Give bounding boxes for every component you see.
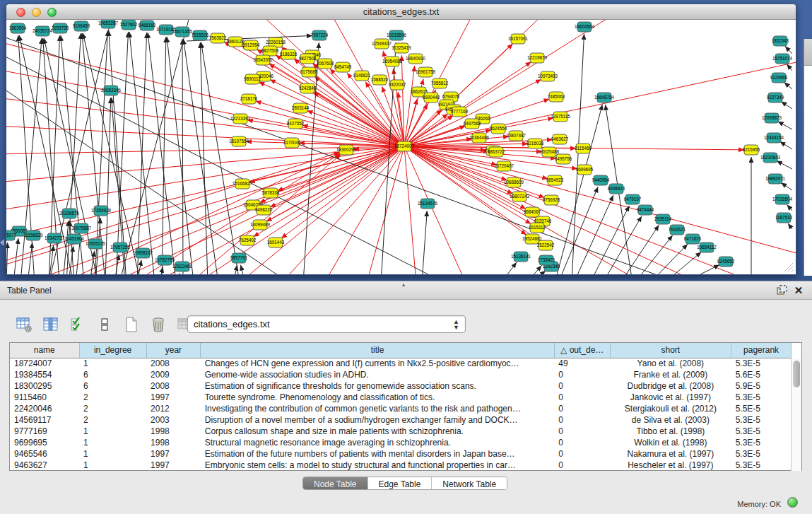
table-cell-year[interactable]: 2009 — [146, 369, 201, 380]
graph-node[interactable]: 15720407 — [494, 161, 514, 171]
graph-node[interactable]: 16157001 — [508, 34, 529, 44]
table-cell-pagerank[interactable]: 5.6E-5 — [731, 369, 792, 380]
graph-node[interactable]: 7632621 — [669, 225, 686, 235]
new-document-button[interactable] — [122, 315, 143, 334]
table-cell-short[interactable]: Franke et al. (2009) — [610, 369, 731, 380]
table-row[interactable]: 946554611997Estimation of the future num… — [10, 448, 792, 460]
graph-node[interactable]: 8454749 — [334, 62, 352, 72]
graph-node[interactable]: 16210643 — [760, 153, 781, 163]
table-cell-in_degree[interactable]: 6 — [79, 380, 146, 392]
graph-node[interactable]: 6495756 — [555, 154, 572, 164]
table-cell-title[interactable]: Tourette syndrome. Phenomenology and cla… — [201, 392, 555, 403]
graph-node[interactable]: 1615112 — [529, 223, 546, 233]
graph-node[interactable]: 9175685 — [300, 67, 318, 77]
graph-node[interactable]: 9227349 — [767, 93, 784, 103]
table-cell-title[interactable]: Investigating the contribution of common… — [201, 403, 555, 414]
graph-node[interactable]: 16961758 — [416, 67, 436, 77]
graph-node[interactable]: 2803144 — [292, 103, 310, 113]
network-canvas[interactable]: 1863504240357242153728910645910653287152… — [6, 20, 796, 274]
table-cell-out_degree[interactable]: 49 — [554, 358, 610, 369]
network-window-titlebar[interactable]: citations_edges.txt — [6, 4, 796, 20]
table-panel-header[interactable]: Table Panel ▴ ✕ — [0, 281, 812, 300]
graph-node[interactable]: 9699695 — [576, 165, 594, 175]
table-cell-title[interactable]: Genome-wide association studies in ADHD. — [201, 369, 555, 380]
graph-node[interactable]: 2935114 — [654, 214, 672, 224]
table-cell-short[interactable]: Wolkin et al. (1998) — [610, 437, 731, 448]
graph-node[interactable]: 7515526 — [192, 30, 209, 40]
graph-node[interactable]: 9654923 — [546, 175, 564, 185]
graph-node[interactable]: 9777169 — [451, 107, 469, 117]
graph-node[interactable]: 1588520 — [371, 75, 389, 85]
graph-node[interactable]: 12213393 — [230, 114, 251, 124]
graph-node[interactable]: 18724007 — [394, 141, 415, 151]
graph-node[interactable]: 9463627 — [551, 134, 569, 144]
table-cell-in_degree[interactable]: 1 — [79, 437, 146, 448]
table-cell-short[interactable]: Dudbridge et al. (2008) — [610, 380, 731, 392]
graph-node[interactable]: 16543392 — [253, 55, 273, 65]
table-cell-title[interactable]: Estimation of the future numbers of pati… — [201, 448, 555, 460]
graph-node[interactable]: 15136141 — [511, 252, 531, 262]
panel-collapse-arrow-icon[interactable] — [0, 239, 4, 246]
table-cell-out_degree[interactable]: 0 — [554, 403, 610, 414]
graph-node[interactable]: 8471626 — [684, 234, 702, 244]
table-cell-short[interactable]: Hescheler et al. (1997) — [610, 460, 731, 471]
graph-node[interactable]: 20206576 — [59, 209, 80, 218]
table-cell-name[interactable]: 9699695 — [10, 437, 79, 448]
graph-node[interactable]: 2067608 — [317, 59, 334, 69]
graph-node[interactable]: 15751074 — [772, 54, 793, 64]
graph-node[interactable]: 9322037 — [389, 80, 406, 90]
delete-button[interactable] — [148, 315, 170, 334]
table-options-button[interactable] — [14, 315, 35, 334]
tab-edge-table[interactable]: Edge Table — [367, 477, 432, 489]
table-cell-in_degree[interactable]: 2 — [79, 414, 146, 426]
table-cell-name[interactable]: 9777169 — [10, 426, 79, 437]
resize-grip-icon[interactable] — [784, 262, 794, 272]
graph-node[interactable]: 4863722 — [488, 147, 505, 157]
table-cell-pagerank[interactable]: 5.5E-5 — [731, 403, 792, 414]
table-cell-short[interactable]: Stergiakouli et al. (2012) — [610, 403, 731, 414]
column-header-year[interactable]: year — [146, 343, 201, 358]
table-cell-out_degree[interactable]: 0 — [554, 369, 610, 380]
table-cell-title[interactable]: Estimation of significance thresholds fo… — [201, 380, 555, 392]
column-header-title[interactable]: title — [201, 343, 555, 358]
table-cell-title[interactable]: Disruption of a novel member of a sodium… — [201, 414, 555, 426]
table-cell-short[interactable]: Nakamura et al. (1997) — [610, 448, 731, 460]
graph-node[interactable]: 18807243 — [510, 192, 530, 201]
close-panel-button[interactable]: ✕ — [792, 284, 805, 297]
graph-node[interactable]: 10807487 — [506, 131, 526, 141]
graph-node[interactable]: 2718176 — [240, 94, 258, 104]
graph-node[interactable]: 9440954 — [592, 175, 610, 185]
graph-node[interactable]: 19218596 — [387, 30, 407, 40]
table-cell-in_degree[interactable]: 1 — [79, 426, 146, 437]
select-checks-button[interactable] — [68, 315, 89, 334]
graph-node[interactable]: 20053346 — [101, 86, 122, 95]
graph-node[interactable]: 17359928 — [91, 206, 112, 216]
table-cell-short[interactable]: Tibbo et al. (1998) — [610, 426, 731, 437]
graph-node[interactable]: 12975115 — [551, 112, 570, 122]
table-row[interactable]: 946362711997Embryonic stem cells: a mode… — [10, 460, 792, 471]
graph-node[interactable]: 2522542 — [537, 240, 555, 250]
table-row[interactable]: 911546021997Tourette syndrome. Phenomeno… — [10, 392, 792, 403]
table-cell-in_degree[interactable]: 6 — [79, 369, 146, 380]
graph-node[interactable]: 7957224 — [311, 30, 329, 40]
graph-node[interactable]: 18604564 — [575, 22, 595, 32]
table-cell-name[interactable]: 14569117 — [10, 414, 79, 426]
scrollbar-thumb[interactable] — [793, 361, 800, 387]
table-cell-name[interactable]: 9463627 — [10, 460, 79, 471]
graph-node[interactable]: 10653287 — [98, 20, 119, 28]
table-cell-pagerank[interactable]: 5.9E-5 — [731, 380, 792, 392]
graph-node[interactable]: 5878334 — [262, 188, 280, 198]
graph-node[interactable]: 19342737 — [45, 233, 65, 243]
graph-node[interactable]: 9115460 — [575, 144, 592, 153]
graph-node[interactable]: 1811543 — [772, 36, 789, 46]
table-cell-pagerank[interactable]: 5.3E-5 — [731, 448, 792, 460]
graph-node[interactable]: 15134576 — [418, 199, 438, 209]
column-header-name[interactable]: name — [10, 343, 79, 358]
table-row[interactable]: 1938455462009Genome-wide association stu… — [10, 369, 792, 380]
graph-node[interactable]: 16671355 — [172, 27, 193, 37]
table-cell-title[interactable]: Changes of HCN gene expression and I(f) … — [201, 358, 555, 369]
table-cell-year[interactable]: 1998 — [146, 426, 201, 437]
table-cell-pagerank[interactable]: 5.3E-5 — [731, 460, 792, 471]
network-window[interactable]: citations_edges.txt 18635042403572421537… — [6, 4, 796, 275]
graph-node[interactable]: 8186328 — [280, 49, 298, 59]
